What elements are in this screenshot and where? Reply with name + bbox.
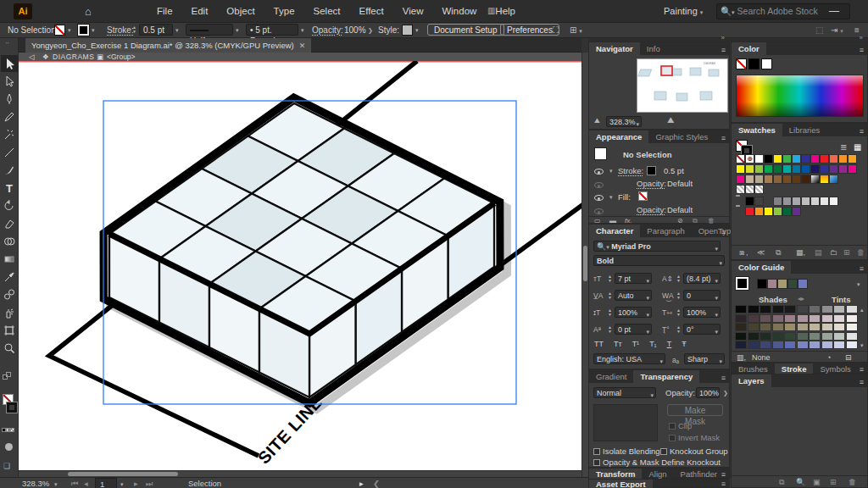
tab-color[interactable]: Color bbox=[732, 42, 766, 55]
leading-stepper[interactable]: ▲▼ bbox=[676, 274, 682, 282]
color-guide-swatch[interactable] bbox=[821, 332, 833, 341]
swatch-none[interactable] bbox=[736, 154, 745, 164]
breadcrumb-group[interactable]: <Group> bbox=[107, 53, 136, 61]
arrange-documents-icon[interactable]: ▥ ▾ bbox=[487, 6, 504, 15]
list-view-icon[interactable]: ≣ bbox=[840, 142, 847, 152]
artboard-tool[interactable] bbox=[1, 322, 18, 339]
harmony-swatch[interactable] bbox=[798, 279, 808, 289]
screen-mode-icon[interactable]: ❏ bbox=[3, 462, 10, 470]
swatch[interactable] bbox=[773, 197, 782, 206]
color-guide-base[interactable] bbox=[736, 277, 748, 290]
swatch-options-icon[interactable]: ▦, bbox=[796, 246, 805, 260]
rotation-field[interactable]: 0°▾ bbox=[683, 324, 721, 335]
color-guide-swatch[interactable] bbox=[735, 332, 747, 341]
zoom-in-icon[interactable]: ⛰ bbox=[667, 115, 674, 125]
tab-libraries[interactable]: Libraries bbox=[782, 124, 826, 136]
tracking-field[interactable]: 0▾ bbox=[683, 290, 721, 301]
color-guide-grid[interactable] bbox=[735, 305, 859, 350]
exit-isolation-icon[interactable]: ◁ bbox=[29, 53, 35, 61]
blend-mode-field[interactable]: Normal▾ bbox=[593, 387, 656, 398]
stroke-weight-value[interactable]: 0.5 pt bbox=[139, 24, 173, 36]
panel-menu-icon[interactable]: ≡ bbox=[721, 44, 726, 57]
color-white-proxy[interactable] bbox=[761, 58, 772, 69]
swatch[interactable] bbox=[754, 207, 764, 216]
color-guide-swatch[interactable] bbox=[760, 332, 771, 341]
horizontal-scrollbar-thumb[interactable] bbox=[68, 472, 178, 476]
color-guide-swatch[interactable] bbox=[821, 305, 833, 313]
color-guide-swatch[interactable] bbox=[846, 314, 858, 323]
document-tab[interactable]: Yongyeon_Cho_Exercise 1 Diagram.ai* @ 32… bbox=[25, 38, 311, 53]
direct-selection-tool[interactable] bbox=[1, 73, 18, 90]
color-guide-swatch[interactable] bbox=[821, 323, 833, 331]
tab-swatches[interactable]: Swatches bbox=[732, 124, 782, 136]
artboard-canvas[interactable]: SITE LINE bbox=[19, 61, 581, 470]
gradient-tool[interactable] bbox=[1, 251, 18, 268]
swatch[interactable] bbox=[782, 175, 792, 184]
transparency-opacity-field[interactable]: 100% bbox=[696, 387, 720, 398]
eye-icon[interactable] bbox=[594, 169, 604, 175]
tab-character[interactable]: Character bbox=[589, 225, 640, 237]
menu-window[interactable]: Window bbox=[432, 0, 486, 23]
status-zoom-level[interactable]: 328.3% bbox=[22, 478, 49, 488]
harmony-swatch[interactable] bbox=[787, 279, 798, 289]
swatch[interactable] bbox=[848, 154, 857, 164]
char-style-button-1[interactable]: Tᴛ bbox=[614, 340, 622, 348]
knockout-group-checkbox[interactable]: Knockout Group bbox=[660, 446, 728, 456]
color-guide-swatch[interactable] bbox=[760, 314, 771, 323]
color-guide-swatch[interactable] bbox=[797, 314, 809, 323]
delete-swatch-icon[interactable]: 🗑 bbox=[857, 246, 865, 260]
delete-layer-icon[interactable]: 🗑 bbox=[849, 476, 856, 488]
make-mask-button[interactable]: Make Mask bbox=[667, 404, 723, 416]
appearance-fill-swatch[interactable] bbox=[638, 191, 648, 201]
tab-info[interactable]: Info bbox=[640, 42, 667, 55]
color-guide-swatch[interactable] bbox=[833, 323, 845, 331]
workspace-switcher[interactable]: Painting ▾ bbox=[664, 0, 703, 23]
swatch[interactable] bbox=[754, 164, 764, 174]
color-guide-swatch[interactable] bbox=[748, 332, 760, 341]
draw-mode-icon[interactable] bbox=[5, 443, 13, 451]
first-artboard-icon[interactable]: ⏮ bbox=[71, 478, 79, 488]
new-layer-icon[interactable]: ⊞ bbox=[830, 476, 837, 488]
fit-icon[interactable]: ⛶ bbox=[553, 23, 559, 37]
swatch[interactable] bbox=[745, 164, 754, 174]
swatch[interactable] bbox=[810, 197, 820, 206]
swatch[interactable] bbox=[745, 207, 754, 216]
color-guide-swatch[interactable] bbox=[735, 323, 747, 331]
swatch[interactable] bbox=[773, 154, 782, 164]
swatch[interactable] bbox=[820, 164, 829, 174]
menu-view[interactable]: View bbox=[393, 0, 433, 23]
swatch-pattern[interactable] bbox=[745, 185, 754, 194]
vertical-scale-stepper[interactable]: ▲▼ bbox=[607, 308, 613, 316]
menu-type[interactable]: Type bbox=[264, 0, 304, 23]
tracking-stepper[interactable]: ▲▼ bbox=[676, 291, 682, 299]
swatch[interactable] bbox=[810, 154, 820, 164]
tab-asset-export[interactable]: Asset Export bbox=[589, 480, 653, 488]
language-field[interactable]: English: USA▾ bbox=[593, 353, 665, 364]
swatch[interactable] bbox=[736, 164, 745, 174]
swatch[interactable] bbox=[801, 175, 810, 184]
color-guide-swatch[interactable] bbox=[772, 305, 784, 313]
color-guide-swatch[interactable] bbox=[833, 341, 845, 349]
color-fill-proxy[interactable] bbox=[736, 58, 747, 69]
eraser-tool[interactable] bbox=[1, 215, 18, 232]
vertical-scale-field[interactable]: 100%▾ bbox=[615, 307, 652, 318]
tab-gradient[interactable]: Gradient bbox=[589, 370, 633, 383]
appearance-stroke-swatch[interactable] bbox=[647, 166, 656, 175]
tab-color-guide[interactable]: Color Guide bbox=[732, 261, 791, 274]
harmony-swatch[interactable] bbox=[777, 279, 787, 289]
horizontal-scale-field[interactable]: 100%▾ bbox=[683, 307, 721, 318]
tab-navigator[interactable]: Navigator bbox=[589, 42, 640, 55]
swatch[interactable] bbox=[745, 197, 754, 206]
swatch[interactable] bbox=[810, 175, 820, 184]
close-tab-icon[interactable]: ✕ bbox=[299, 42, 306, 50]
color-guide-swatch[interactable] bbox=[760, 305, 771, 313]
swatch[interactable] bbox=[810, 164, 820, 174]
selection-tool[interactable] bbox=[1, 55, 18, 72]
artboard-number[interactable]: 1 bbox=[95, 478, 117, 488]
char-style-button-2[interactable]: T¹ bbox=[632, 340, 640, 348]
color-guide-swatch[interactable] bbox=[797, 332, 809, 341]
type-tool[interactable]: T bbox=[1, 180, 18, 197]
swatch[interactable] bbox=[782, 154, 792, 164]
opacity-link[interactable]: Opacity: bbox=[312, 23, 343, 37]
color-guide-swatch[interactable] bbox=[846, 323, 858, 331]
